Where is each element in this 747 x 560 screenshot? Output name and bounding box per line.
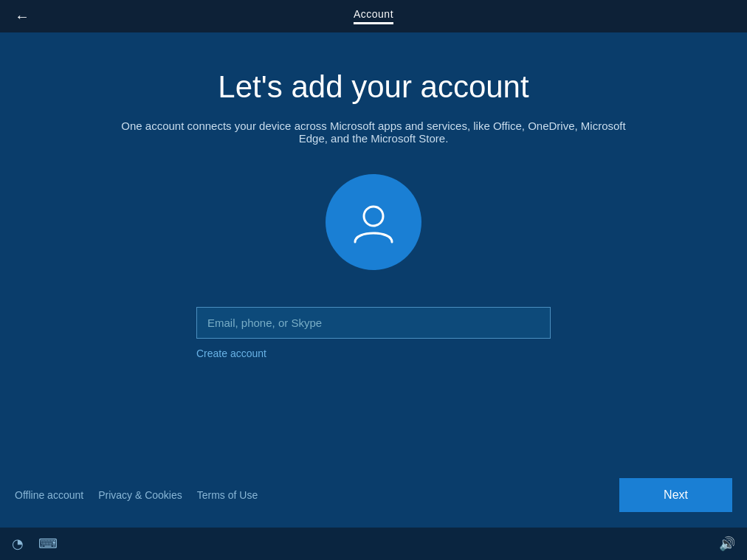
user-icon	[348, 196, 399, 248]
system-bar-left: ◔ ⌨	[12, 536, 58, 552]
input-section: Create account	[196, 307, 551, 359]
top-bar: ← Account	[0, 0, 747, 32]
page-title: Let's add your account	[218, 69, 529, 105]
bottom-bar: Offline account Privacy & Cookies Terms …	[0, 463, 747, 528]
back-button[interactable]: ←	[9, 5, 35, 28]
account-tab-label: Account	[354, 8, 393, 20]
system-bar: ◔ ⌨ 🔊	[0, 528, 747, 560]
next-button[interactable]: Next	[619, 478, 732, 512]
page-subtitle: One account connects your device across …	[115, 120, 632, 145]
tab-underline	[354, 22, 393, 24]
main-content: Let's add your account One account conne…	[0, 32, 747, 463]
accessibility-icon[interactable]: ◔	[12, 536, 24, 552]
offline-account-button[interactable]: Offline account	[15, 489, 83, 501]
volume-icon[interactable]: 🔊	[719, 536, 735, 552]
email-input[interactable]	[196, 307, 551, 339]
create-account-button[interactable]: Create account	[196, 348, 266, 359]
terms-of-use-button[interactable]: Terms of Use	[197, 489, 258, 501]
keyboard-icon[interactable]: ⌨	[38, 536, 58, 552]
avatar	[326, 174, 421, 270]
privacy-cookies-button[interactable]: Privacy & Cookies	[98, 489, 182, 501]
svg-point-0	[364, 207, 383, 226]
back-arrow-icon: ←	[15, 8, 30, 25]
account-tab: Account	[354, 8, 393, 24]
bottom-links: Offline account Privacy & Cookies Terms …	[15, 489, 258, 501]
